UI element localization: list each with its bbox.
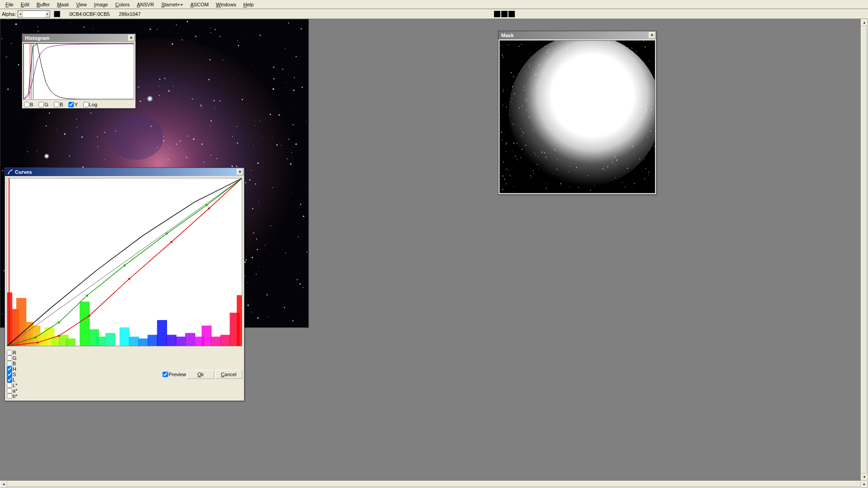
- alpha-input[interactable]: [23, 11, 45, 17]
- menu-file[interactable]: File: [2, 1, 17, 8]
- svg-point-361: [163, 140, 164, 142]
- menu-image[interactable]: Image: [91, 1, 112, 8]
- svg-point-460: [569, 166, 570, 167]
- svg-point-151: [220, 36, 221, 37]
- svg-point-702: [515, 156, 516, 157]
- curve-chan-g[interactable]: G: [7, 355, 17, 361]
- menu-colors[interactable]: Colors: [111, 1, 133, 8]
- svg-point-665: [527, 187, 528, 188]
- svg-point-472: [522, 149, 523, 150]
- svg-point-213: [253, 232, 254, 234]
- curve-chan-astar[interactable]: a*: [7, 388, 17, 393]
- svg-point-669: [632, 52, 633, 53]
- svg-point-559: [542, 151, 542, 152]
- svg-point-427: [643, 84, 644, 84]
- preview-checkbox[interactable]: Preview: [163, 372, 186, 377]
- svg-point-541: [607, 55, 608, 56]
- curve-chan-l[interactable]: L: [7, 377, 17, 383]
- svg-point-553: [632, 128, 632, 129]
- svg-point-83: [146, 98, 146, 98]
- svg-point-531: [536, 86, 537, 87]
- toolbar-swatch-2[interactable]: [501, 11, 508, 17]
- svg-point-259: [259, 35, 261, 36]
- hscroll-thumb[interactable]: [7, 481, 861, 487]
- alpha-spin[interactable]: ◂ ▸: [18, 10, 50, 18]
- mask-plot[interactable]: [499, 40, 655, 193]
- svg-point-521: [596, 60, 596, 61]
- svg-point-650: [511, 72, 512, 73]
- svg-point-335: [164, 78, 166, 79]
- scroll-right-icon[interactable]: ▸: [861, 481, 868, 488]
- svg-point-21: [149, 29, 151, 30]
- menu-ascom[interactable]: ASCOM: [187, 1, 212, 8]
- svg-point-596: [561, 57, 561, 58]
- curve-chan-s[interactable]: S: [7, 372, 17, 377]
- menu-windows[interactable]: Windows: [212, 1, 240, 8]
- scroll-left-icon[interactable]: ◂: [0, 481, 7, 488]
- close-icon[interactable]: ×: [649, 32, 655, 38]
- svg-rect-755: [129, 337, 139, 346]
- svg-point-260: [180, 141, 181, 142]
- scroll-up-icon[interactable]: ▴: [861, 19, 868, 26]
- menu-ansvr[interactable]: ANSVR: [133, 1, 158, 8]
- svg-point-540: [527, 76, 528, 77]
- svg-point-733: [542, 75, 542, 76]
- svg-point-187: [307, 123, 308, 124]
- toolbar-swatch-1[interactable]: [494, 11, 500, 17]
- main-hscroll[interactable]: ◂ ▸: [0, 481, 868, 488]
- curves-plot[interactable]: [7, 178, 242, 346]
- alpha-right-icon[interactable]: ▸: [45, 11, 50, 17]
- menu-edit[interactable]: Edit: [17, 1, 33, 8]
- menu-buffer[interactable]: Buffer: [33, 1, 53, 8]
- svg-point-548: [517, 143, 518, 144]
- svg-point-476: [590, 162, 591, 162]
- svg-rect-771: [58, 335, 60, 337]
- vscroll-thumb[interactable]: [861, 26, 867, 474]
- mask-titlebar[interactable]: Mask ×: [499, 31, 656, 39]
- hist-chan-b-2[interactable]: B: [54, 102, 63, 107]
- curve-chan-h[interactable]: H: [7, 366, 17, 372]
- svg-point-82: [273, 78, 275, 80]
- curves-titlebar[interactable]: Curves ×: [5, 168, 244, 176]
- svg-point-397: [295, 144, 297, 145]
- svg-point-253: [201, 144, 203, 145]
- close-icon[interactable]: ×: [237, 169, 243, 175]
- svg-point-577: [587, 175, 588, 176]
- hist-chan-g-1[interactable]: G: [38, 102, 48, 107]
- svg-point-349: [125, 152, 125, 153]
- close-icon[interactable]: ×: [128, 35, 134, 41]
- svg-point-303: [210, 32, 211, 33]
- menu-starnet[interactable]: Starnet++: [158, 1, 187, 8]
- svg-point-480: [503, 162, 504, 163]
- histogram-plot[interactable]: [23, 43, 134, 100]
- hist-chan-b-0[interactable]: B: [24, 102, 33, 107]
- alpha-left-icon[interactable]: ◂: [18, 11, 23, 17]
- ok-button[interactable]: Ok: [187, 370, 214, 379]
- color-swatch[interactable]: [54, 11, 60, 17]
- main-vscroll[interactable]: ▴ ▾: [861, 19, 868, 481]
- toolbar-swatch-3[interactable]: [508, 11, 515, 17]
- svg-point-422: [517, 49, 517, 50]
- curve-chan-lstar[interactable]: L*: [7, 383, 17, 388]
- svg-point-448: [635, 59, 635, 60]
- menu-view[interactable]: View: [72, 1, 91, 8]
- menu-help[interactable]: Help: [240, 1, 257, 8]
- histogram-titlebar[interactable]: Histogram ×: [22, 34, 135, 42]
- svg-point-517: [615, 165, 616, 165]
- hist-chan-log-4[interactable]: Log: [83, 102, 97, 107]
- svg-point-511: [638, 65, 639, 66]
- curve-chan-b[interactable]: B: [7, 361, 17, 366]
- svg-point-655: [614, 167, 614, 167]
- menu-mask[interactable]: Mask: [53, 1, 72, 8]
- svg-point-185: [204, 162, 205, 163]
- curve-chan-bstar[interactable]: b*: [7, 393, 17, 399]
- hist-chan-y-3[interactable]: Y: [68, 102, 77, 107]
- scroll-down-icon[interactable]: ▾: [861, 474, 868, 481]
- svg-point-523: [502, 139, 503, 140]
- svg-point-731: [533, 129, 534, 130]
- svg-point-354: [216, 158, 217, 159]
- svg-point-282: [211, 28, 211, 29]
- svg-point-640: [642, 50, 643, 51]
- curve-chan-r[interactable]: R: [7, 350, 17, 355]
- cancel-button[interactable]: Cancel: [215, 370, 242, 379]
